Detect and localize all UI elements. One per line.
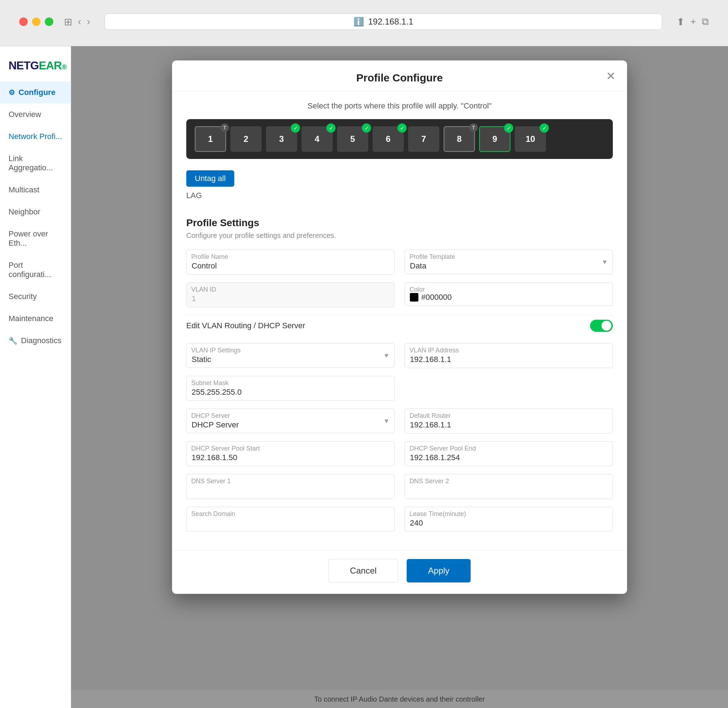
port-check-3: ✓	[291, 123, 300, 133]
sidebar-label-security: Security	[9, 292, 37, 301]
apply-button[interactable]: Apply	[407, 559, 470, 582]
profile-configure-modal: Profile Configure ✕ Select the ports whe…	[172, 61, 627, 594]
vlan-ip-address-input[interactable]	[405, 343, 613, 368]
edit-vlan-label: Edit VLAN Routing / DHCP Server	[186, 321, 305, 330]
port-panel: 1 T 2 3 ✓ 4	[186, 119, 613, 159]
port-num-5: 5	[350, 134, 355, 144]
dns-server2-input[interactable]	[405, 474, 613, 499]
sidebar: NETGEAR® ⚙ Configure Overview Network Pr…	[0, 46, 71, 708]
share-icon[interactable]: ⬆	[676, 16, 685, 28]
color-swatch	[410, 293, 418, 302]
edit-vlan-toggle[interactable]	[590, 320, 613, 332]
dhcp-server-select[interactable]: DHCP Server	[186, 409, 395, 433]
sidebar-item-link-aggregation[interactable]: Link Aggregatio...	[0, 148, 71, 179]
port-button-3[interactable]: 3 ✓	[266, 126, 297, 152]
profile-name-group: Profile Name	[186, 250, 395, 274]
port-button-8[interactable]: 8 T	[444, 126, 475, 152]
modal-title: Profile Configure	[356, 72, 443, 84]
nav-forward-button[interactable]: ›	[87, 16, 90, 28]
port-tag-1: T	[220, 123, 229, 132]
port-check-9: ✓	[504, 123, 513, 133]
form-row-5: DHCP Server DHCP Server ▼ Default Router	[186, 409, 613, 434]
modal-overlay: Profile Configure ✕ Select the ports whe…	[71, 46, 728, 708]
dhcp-pool-start-input[interactable]	[186, 441, 395, 466]
brand-logo: NETGEAR®	[0, 53, 71, 78]
search-domain-input[interactable]	[186, 507, 395, 532]
port-tag-8: T	[469, 123, 478, 132]
port-check-5: ✓	[362, 123, 371, 133]
port-num-7: 7	[421, 134, 426, 144]
port-check-6: ✓	[397, 123, 407, 133]
minimize-button[interactable]	[32, 17, 41, 26]
lease-time-group: Lease Time(minute)	[405, 507, 613, 532]
port-button-5[interactable]: 5 ✓	[337, 126, 368, 152]
dhcp-pool-end-input[interactable]	[405, 441, 613, 466]
sidebar-label-power-over-eth: Power over Eth...	[9, 229, 62, 248]
toggle-knob	[601, 321, 611, 331]
color-input[interactable]: #000000	[405, 282, 613, 306]
vlan-id-group: VLAN ID	[186, 282, 395, 307]
sidebar-item-power-over-eth[interactable]: Power over Eth...	[0, 223, 71, 254]
port-instruction: Select the ports where this profile will…	[186, 102, 613, 110]
address-bar[interactable]: ℹ️ 192.168.1.1	[104, 13, 662, 30]
modal-header: Profile Configure ✕	[172, 61, 627, 91]
dhcp-pool-start-group: DHCP Server Pool Start	[186, 441, 395, 466]
form-row-3: VLAN IP Settings Static ▼ VLAN IP Addres…	[186, 343, 613, 368]
new-tab-icon[interactable]: +	[690, 16, 696, 28]
nav-back-button[interactable]: ‹	[78, 16, 81, 28]
form-row-1: Profile Name Profile Template Data ▼	[186, 250, 613, 274]
profile-template-select[interactable]: Data	[405, 250, 613, 274]
close-icon[interactable]: ✕	[606, 70, 616, 82]
profile-settings-section: Profile Settings Configure your profile …	[172, 210, 627, 550]
untag-all-button[interactable]: Untag all	[186, 170, 234, 187]
tab-overview-icon[interactable]: ⧉	[702, 16, 709, 28]
configure-icon: ⚙	[9, 88, 15, 97]
port-button-10[interactable]: 10 ✓	[515, 126, 546, 152]
sidebar-item-overview[interactable]: Overview	[0, 103, 71, 126]
sidebar-item-multicast[interactable]: Multicast	[0, 179, 71, 201]
port-button-7[interactable]: 7	[408, 126, 439, 152]
port-num-2: 2	[243, 134, 248, 144]
cancel-button[interactable]: Cancel	[329, 559, 398, 582]
form-row-4: Subnet Mask	[186, 376, 613, 401]
color-value: #000000	[421, 293, 452, 302]
color-group: Color #000000	[405, 282, 613, 307]
sidebar-item-maintenance[interactable]: Maintenance	[0, 308, 71, 329]
dhcp-server-group: DHCP Server DHCP Server ▼	[186, 409, 395, 434]
window-layout-icon[interactable]: ⊞	[64, 16, 72, 28]
default-router-input[interactable]	[405, 409, 613, 434]
sidebar-label-neighbor: Neighbor	[9, 207, 40, 216]
port-button-6[interactable]: 6 ✓	[372, 126, 404, 152]
port-button-4[interactable]: 4 ✓	[301, 126, 333, 152]
subnet-mask-input[interactable]	[186, 376, 395, 401]
vlan-id-input[interactable]	[186, 282, 395, 307]
sidebar-label-port-configuration: Port configurati...	[9, 261, 62, 279]
sidebar-item-network-profiles[interactable]: Network Profi...	[0, 126, 71, 148]
vlan-ip-settings-select[interactable]: Static	[186, 343, 395, 368]
sidebar-item-security[interactable]: Security	[0, 286, 71, 308]
port-num-10: 10	[526, 134, 536, 144]
port-num-4: 4	[315, 134, 319, 144]
dns-server1-input[interactable]	[186, 474, 395, 499]
dhcp-pool-end-group: DHCP Server Pool End	[405, 441, 613, 466]
maximize-button[interactable]	[45, 17, 53, 26]
profile-template-group: Profile Template Data ▼	[405, 250, 613, 274]
sidebar-label-multicast: Multicast	[9, 185, 39, 194]
close-button[interactable]	[19, 17, 28, 26]
lease-time-input[interactable]	[405, 507, 613, 532]
form-row-2: VLAN ID Color #000000	[186, 282, 613, 307]
port-num-3: 3	[279, 134, 284, 144]
search-domain-group: Search Domain	[186, 507, 395, 532]
sidebar-item-configure[interactable]: ⚙ Configure	[0, 81, 71, 103]
port-button-2[interactable]: 2	[230, 126, 262, 152]
vlan-ip-address-group: VLAN IP Address	[405, 343, 613, 368]
sidebar-label-maintenance: Maintenance	[9, 314, 53, 323]
port-button-1[interactable]: 1 T	[195, 126, 226, 152]
sidebar-item-port-configuration[interactable]: Port configurati...	[0, 254, 71, 286]
sidebar-item-neighbor[interactable]: Neighbor	[0, 201, 71, 223]
profile-name-input[interactable]	[186, 250, 395, 274]
port-button-9[interactable]: 9 ✓	[479, 126, 511, 152]
empty-group-1	[405, 376, 613, 401]
sidebar-item-diagnostics[interactable]: 🔧 Diagnostics	[0, 329, 71, 352]
form-row-7: DNS Server 1 DNS Server 2	[186, 474, 613, 499]
